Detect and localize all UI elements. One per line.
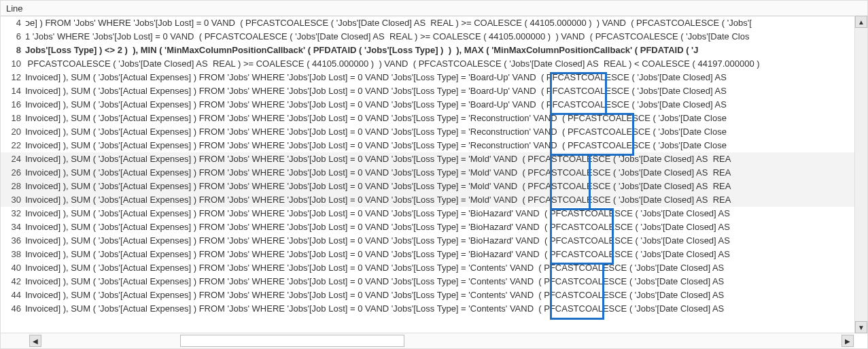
line-text: Invoiced] ), SUM ( 'Jobs'[Actual Expense…: [25, 193, 731, 207]
line-number: 12: [1, 71, 25, 84]
line-text: Invoiced] ), SUM ( 'Jobs'[Actual Expense…: [25, 207, 730, 220]
line-number: 10: [1, 57, 25, 71]
scroll-up-icon[interactable]: ▲: [855, 16, 867, 28]
code-row[interactable]: 61 'Jobs' WHERE 'Jobs'[Job Lost] = 0 VAN…: [1, 30, 867, 44]
column-header-line[interactable]: Line: [6, 3, 23, 14]
code-row[interactable]: 14Invoiced] ), SUM ( 'Jobs'[Actual Expen…: [1, 84, 867, 98]
code-row[interactable]: 38Invoiced] ), SUM ( 'Jobs'[Actual Expen…: [1, 248, 867, 261]
code-row[interactable]: 10 PFCASTCOALESCE ( 'Jobs'[Date Closed] …: [1, 57, 867, 71]
line-text: Invoiced] ), SUM ( 'Jobs'[Actual Expense…: [25, 71, 727, 84]
code-row[interactable]: 46Invoiced] ), SUM ( 'Jobs'[Actual Expen…: [1, 302, 867, 316]
line-number: 40: [1, 261, 25, 275]
scroll-right-icon[interactable]: ▶: [841, 335, 854, 347]
line-text: Jobs'[Loss Type] ) <> 2 ) ), MIN ( 'MinM…: [25, 44, 698, 57]
code-row[interactable]: 4ɔe] ) FROM 'Jobs' WHERE 'Jobs'[Job Lost…: [1, 16, 867, 30]
code-row[interactable]: 20Invoiced] ), SUM ( 'Jobs'[Actual Expen…: [1, 125, 867, 139]
line-number: 18: [1, 112, 25, 125]
code-row[interactable]: 24Invoiced] ), SUM ( 'Jobs'[Actual Expen…: [1, 152, 867, 166]
grid-header: Line: [1, 1, 867, 16]
code-row[interactable]: 32Invoiced] ), SUM ( 'Jobs'[Actual Expen…: [1, 207, 867, 220]
code-row[interactable]: 16Invoiced] ), SUM ( 'Jobs'[Actual Expen…: [1, 98, 867, 112]
line-number: 6: [1, 30, 25, 44]
line-number: 22: [1, 139, 25, 152]
code-row[interactable]: 22Invoiced] ), SUM ( 'Jobs'[Actual Expen…: [1, 139, 867, 152]
line-text: ɔe] ) FROM 'Jobs' WHERE 'Jobs'[Job Lost]…: [25, 16, 752, 30]
trace-viewer: Line 4ɔe] ) FROM 'Jobs' WHERE 'Jobs'[Job…: [0, 0, 868, 349]
line-text: Invoiced] ), SUM ( 'Jobs'[Actual Expense…: [25, 275, 727, 288]
scroll-track[interactable]: [855, 28, 867, 321]
line-number: 26: [1, 166, 25, 180]
line-number: 30: [1, 193, 25, 207]
line-text: Invoiced] ), SUM ( 'Jobs'[Actual Expense…: [25, 288, 727, 302]
scroll-left-icon[interactable]: ◀: [29, 335, 41, 347]
line-text: Invoiced] ), SUM ( 'Jobs'[Actual Expense…: [25, 84, 727, 98]
line-text: Invoiced] ), SUM ( 'Jobs'[Actual Expense…: [25, 180, 731, 193]
vertical-scrollbar[interactable]: ▲ ▼: [854, 16, 867, 333]
line-text: Invoiced] ), SUM ( 'Jobs'[Actual Expense…: [25, 152, 731, 166]
line-text: Invoiced] ), SUM ( 'Jobs'[Actual Expense…: [25, 139, 727, 152]
line-text: Invoiced] ), SUM ( 'Jobs'[Actual Expense…: [25, 261, 727, 275]
code-row[interactable]: 44Invoiced] ), SUM ( 'Jobs'[Actual Expen…: [1, 288, 867, 302]
line-number: 42: [1, 275, 25, 288]
line-number: 36: [1, 234, 25, 248]
line-number: 34: [1, 220, 25, 234]
line-number: 20: [1, 125, 25, 139]
code-row[interactable]: 34Invoiced] ), SUM ( 'Jobs'[Actual Expen…: [1, 220, 867, 234]
line-number: 24: [1, 152, 25, 166]
line-number: 8: [1, 44, 25, 57]
line-number: 44: [1, 288, 25, 302]
line-text: Invoiced] ), SUM ( 'Jobs'[Actual Expense…: [25, 234, 730, 248]
code-row[interactable]: 18Invoiced] ), SUM ( 'Jobs'[Actual Expen…: [1, 112, 867, 125]
line-text: Invoiced] ), SUM ( 'Jobs'[Actual Expense…: [25, 248, 730, 261]
line-number: 32: [1, 207, 25, 220]
code-row[interactable]: 8Jobs'[Loss Type] ) <> 2 ) ), MIN ( 'Min…: [1, 44, 867, 57]
line-number: 46: [1, 302, 25, 316]
line-text: Invoiced] ), SUM ( 'Jobs'[Actual Expense…: [25, 98, 727, 112]
line-text: Invoiced] ), SUM ( 'Jobs'[Actual Expense…: [25, 302, 727, 316]
line-text: PFCASTCOALESCE ( 'Jobs'[Date Closed] AS …: [25, 57, 760, 71]
line-text: Invoiced] ), SUM ( 'Jobs'[Actual Expense…: [25, 166, 731, 180]
code-row[interactable]: 36Invoiced] ), SUM ( 'Jobs'[Actual Expen…: [1, 234, 867, 248]
code-row[interactable]: 40Invoiced] ), SUM ( 'Jobs'[Actual Expen…: [1, 261, 867, 275]
line-number: 14: [1, 84, 25, 98]
line-text: Invoiced] ), SUM ( 'Jobs'[Actual Expense…: [25, 220, 730, 234]
code-row[interactable]: 30Invoiced] ), SUM ( 'Jobs'[Actual Expen…: [1, 193, 867, 207]
code-row[interactable]: 42Invoiced] ), SUM ( 'Jobs'[Actual Expen…: [1, 275, 867, 288]
line-number: 28: [1, 180, 25, 193]
line-number: 4: [1, 16, 25, 30]
line-number: 38: [1, 248, 25, 261]
horizontal-scrollbar[interactable]: ◀ ▶: [1, 333, 855, 348]
code-row[interactable]: 12Invoiced] ), SUM ( 'Jobs'[Actual Expen…: [1, 71, 867, 84]
line-text: Invoiced] ), SUM ( 'Jobs'[Actual Expense…: [25, 112, 727, 125]
line-text: Invoiced] ), SUM ( 'Jobs'[Actual Expense…: [25, 125, 727, 139]
line-text: 1 'Jobs' WHERE 'Jobs'[Job Lost] = 0 VAND…: [25, 30, 749, 44]
line-number: 16: [1, 98, 25, 112]
grid-body[interactable]: 4ɔe] ) FROM 'Jobs' WHERE 'Jobs'[Job Lost…: [1, 16, 867, 334]
goto-input[interactable]: [180, 335, 404, 347]
code-row[interactable]: 26Invoiced] ), SUM ( 'Jobs'[Actual Expen…: [1, 166, 867, 180]
code-row[interactable]: 28Invoiced] ), SUM ( 'Jobs'[Actual Expen…: [1, 180, 867, 193]
scroll-down-icon[interactable]: ▼: [855, 321, 867, 333]
